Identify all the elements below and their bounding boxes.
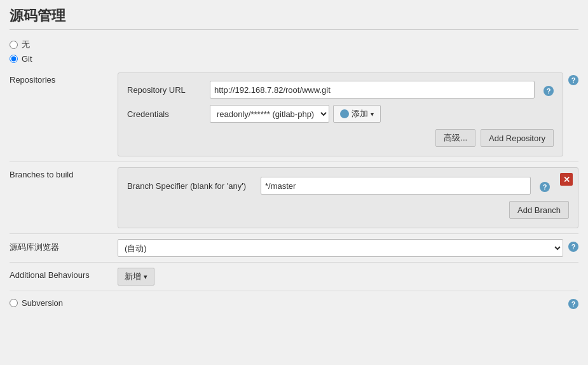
branches-label: Branches to build (10, 167, 118, 179)
branch-specifier-content: ? (261, 177, 550, 195)
repo-url-label: Repository URL (127, 85, 210, 95)
subversion-radio-input[interactable] (10, 299, 18, 307)
branch-specifier-help-icon[interactable]: ? (540, 182, 550, 192)
additional-behaviours-content: 新增 ▾ (118, 268, 154, 286)
repositories-row: Repositories Repository URL ? Credential… (10, 67, 578, 162)
credentials-label: Credentials (127, 109, 210, 119)
credentials-add-button[interactable]: 添加 ▾ (333, 105, 381, 123)
repositories-help-icon[interactable]: ? (568, 75, 578, 85)
subversion-help-icon[interactable]: ? (568, 299, 578, 309)
add-repository-button[interactable]: Add Repository (481, 129, 554, 147)
repo-url-input[interactable] (210, 81, 535, 99)
close-icon: ✕ (563, 176, 570, 184)
globe-icon (340, 109, 349, 118)
branch-specifier-row: Branch Specifier (blank for 'any') ? (127, 177, 569, 195)
source-browser-label: 源码库浏览器 (10, 239, 118, 253)
subversion-radio-option[interactable]: Subversion (10, 298, 63, 308)
source-browser-select[interactable]: (自动) (118, 239, 563, 257)
credentials-row: Credentials readonly/****** (gitlab-php)… (127, 105, 554, 123)
add-new-button[interactable]: 新增 ▾ (118, 268, 154, 286)
radio-git-option[interactable]: Git (10, 54, 578, 64)
advanced-button[interactable]: 高级... (435, 129, 475, 147)
repos-action-row: 高级... Add Repository (127, 129, 554, 147)
radio-git-input[interactable] (10, 55, 18, 63)
credentials-select[interactable]: readonly/****** (gitlab-php) (210, 105, 329, 123)
radio-none-input[interactable] (10, 41, 18, 49)
repositories-box: Repository URL ? Credentials readonly/**… (118, 72, 563, 156)
page-title: 源码管理 (10, 6, 578, 30)
page-wrapper: 源码管理 无 Git Repositories Repository URL ?… (0, 0, 588, 365)
branch-action-row: Add Branch (127, 201, 569, 219)
subversion-row: Subversion ? (10, 291, 578, 314)
repositories-label: Repositories (10, 72, 118, 85)
source-browser-help-icon[interactable]: ? (568, 242, 578, 252)
additional-behaviours-label: Additional Behaviours (10, 268, 118, 280)
radio-none-option[interactable]: 无 (10, 39, 578, 50)
credentials-add-arrow: ▾ (371, 111, 374, 118)
credentials-add-label: 添加 (352, 108, 368, 120)
additional-behaviours-row: Additional Behaviours 新增 ▾ (10, 262, 578, 291)
credentials-content: readonly/****** (gitlab-php) 添加 ▾ (210, 105, 554, 123)
radio-git-label: Git (22, 54, 32, 64)
branches-row: Branches to build ✕ Branch Specifier (bl… (10, 162, 578, 233)
add-branch-button[interactable]: Add Branch (509, 201, 569, 219)
subversion-radio-label: Subversion (22, 298, 63, 308)
branches-box: ✕ Branch Specifier (blank for 'any') ? A… (118, 167, 578, 228)
branch-specifier-label: Branch Specifier (blank for 'any') (127, 181, 261, 191)
repo-url-content: ? (210, 81, 554, 99)
remove-branch-button[interactable]: ✕ (560, 173, 573, 186)
branch-specifier-input[interactable] (261, 177, 531, 195)
add-new-label: 新增 (125, 271, 141, 282)
repo-url-help-icon[interactable]: ? (544, 86, 554, 96)
radio-none-label: 无 (22, 39, 30, 50)
repo-url-row: Repository URL ? (127, 81, 554, 99)
add-new-arrow: ▾ (144, 273, 147, 281)
source-browser-row: 源码库浏览器 (自动) ? (10, 233, 578, 262)
